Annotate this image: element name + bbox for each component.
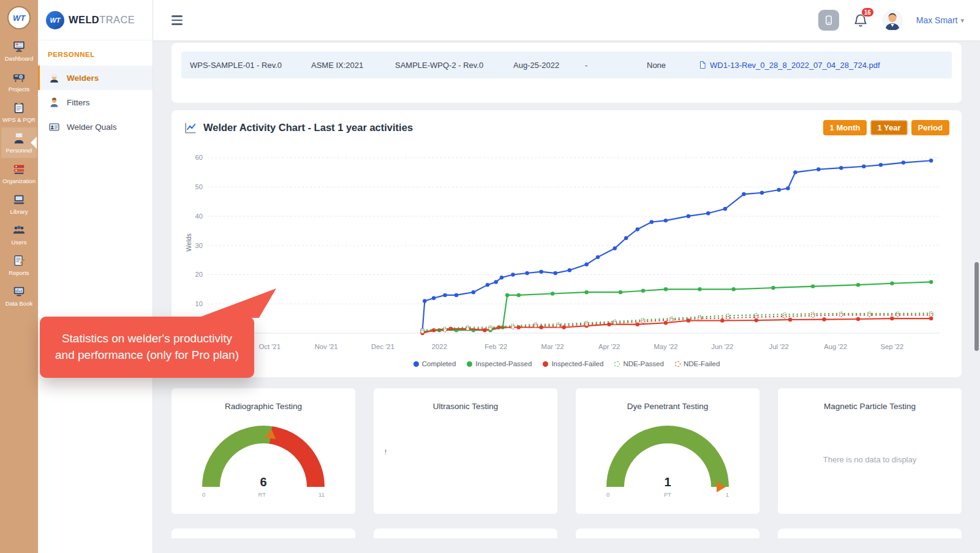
user-avatar[interactable] [882,10,903,31]
svg-text:Aug '22: Aug '22 [824,343,847,350]
rail-item-organization[interactable]: Organization [1,158,37,189]
fitter-icon [48,96,60,108]
brand-logo-icon: WT [46,11,64,29]
svg-text:Welds: Welds [185,233,192,252]
rail-item-dashboard[interactable]: Dashboard [1,36,37,66]
gauge-value: 1 [606,475,729,489]
svg-text:May '22: May '22 [654,343,677,350]
rail-items: DashboardProjectsWPS & PQRPersonnelOrgan… [1,36,37,311]
next-card-partial [374,529,557,538]
next-card-partial [778,529,962,538]
gauge-min: 0 [606,491,609,498]
pro-plan-callout: Statistics on welder's productivity and … [40,317,254,378]
legend-label: NDE-Failed [684,360,720,367]
rail-item-library[interactable]: Library [1,189,37,219]
svg-text:50: 50 [195,183,203,190]
legend-label: NDE-Passed [623,360,663,367]
svg-text:60: 60 [195,154,203,161]
rail-item-personnel[interactable]: Personnel [1,127,37,158]
svg-text:Sep '22: Sep '22 [881,343,904,350]
personnel-icon [12,131,26,146]
legend-dot-icon [413,361,419,367]
sidebar-item-welders[interactable]: Welders [38,66,153,90]
notifications-bell[interactable]: 16 [853,12,869,28]
gauge-title: Magnetic Particle Testing [824,402,916,411]
pdf-link[interactable]: WD1-13-Rev_0_28_8_2022_07_04_28_724.pdf [698,60,880,70]
content-area: WPS-SAMPLE-01 - Rev.0ASME IX:2021SAMPLE-… [153,40,980,553]
gauge-max: 1 [726,491,729,498]
svg-text:Mar '22: Mar '22 [541,343,564,350]
projects-icon [12,70,26,85]
app-logo[interactable]: WT [7,6,31,29]
sidebar-item-welder-quals[interactable]: Welder Quals [38,115,153,139]
gauge-row: Radiographic Testing60RT11Ultrasonic Tes… [172,388,962,514]
table-row[interactable]: WPS-SAMPLE-01 - Rev.0ASME IX:2021SAMPLE-… [181,51,952,78]
svg-text:20: 20 [195,271,203,278]
chart-legend: CompletedInspected-PassedInspected-Faile… [184,355,949,371]
rail-item-label: Data Book [6,301,32,307]
icon-rail: WT DashboardProjectsWPS & PQRPersonnelOr… [0,0,38,553]
callout-text: Statistics on welder's productivity and … [55,332,239,361]
user-menu[interactable]: Max Smart ▾ [916,15,964,25]
notification-badge: 16 [861,7,874,17]
next-card-partial [576,529,760,538]
app-root: WT DashboardProjectsWPS & PQRPersonnelOr… [0,0,980,553]
table-cell: Aug-25-2022 [513,61,585,70]
svg-text:2022: 2022 [432,343,447,350]
scrollbar[interactable] [974,262,979,351]
gauge-pointer-icon [265,429,277,439]
rail-item-reports[interactable]: Reports [1,250,37,280]
legend-nde-failed[interactable]: NDE-Failed [675,360,720,367]
rail-item-projects[interactable]: Projects [1,66,37,97]
rail-item-label: Personnel [6,148,32,154]
legend-inspected-failed[interactable]: Inspected-Failed [543,360,603,367]
rail-item-data-book[interactable]: Data Book [1,280,37,311]
legend-completed[interactable]: Completed [413,360,456,367]
gauge-card-dye-penetrant-testing: Dye Penetrant Testing10PT1 [576,388,760,514]
wps-table-card: WPS-SAMPLE-01 - Rev.0ASME IX:2021SAMPLE-… [172,43,962,103]
gauge-card-ultrasonic-testing: Ultrasonic Testing! [374,388,557,514]
legend-dot-icon [467,361,472,367]
svg-text:Jul '22: Jul '22 [769,343,789,350]
table-cell: ASME IX:2021 [311,61,395,70]
hamburger-menu[interactable] [169,13,185,27]
section-title: PERSONNEL [38,40,153,66]
svg-text:Apr '22: Apr '22 [598,343,620,350]
svg-text:Nov '21: Nov '21 [315,343,338,350]
rail-item-label: Projects [9,86,29,92]
dashboard-icon [12,39,26,54]
gauge-unit: RT [258,491,266,498]
range-button-period[interactable]: Period [911,120,949,135]
chevron-down-icon: ▾ [960,17,964,24]
active-item-notch [31,137,37,149]
pdf-filename: WD1-13-Rev_0_28_8_2022_07_04_28_724.pdf [710,61,880,70]
range-button-1-year[interactable]: 1 Year [870,120,907,135]
legend-nde-passed[interactable]: NDE-Passed [614,360,663,367]
rail-item-label: Organization [2,178,36,184]
topbar-right: 16 Max Smart ▾ [818,10,964,31]
brand-name: WELDTRACE [69,14,135,26]
semi-gauge: 1 [606,426,729,487]
rail-item-users[interactable]: Users [1,219,37,250]
gauge-unit: PT [664,491,671,498]
sidebar-item-label: Fitters [67,98,90,107]
legend-label: Completed [422,360,456,367]
device-icon[interactable] [818,10,839,31]
chart-header: Welder Activity Chart - Last 1 year acti… [184,120,949,144]
rail-item-wps-pqr[interactable]: WPS & PQR [1,97,37,127]
chart-plot: 102030405060Oct '21Nov '21Dec '212022Feb… [184,144,949,355]
table-cell: WPS-SAMPLE-01 - Rev.0 [190,61,311,70]
svg-text:Oct '21: Oct '21 [259,343,281,350]
users-icon [12,223,26,238]
chart-title: Welder Activity Chart - Last 1 year acti… [203,122,413,134]
data-book-icon [12,284,26,299]
sidebar-item-label: Welder Quals [67,122,117,132]
id-card-icon [48,121,60,133]
legend-inspected-passed[interactable]: Inspected-Passed [467,360,532,367]
range-button-1-month[interactable]: 1 Month [823,120,867,135]
gauge-min: 0 [202,491,205,498]
rail-item-label: WPS & PQR [2,117,36,123]
sidebar-item-fitters[interactable]: Fitters [38,90,153,115]
brand-logo[interactable]: WT WELDTRACE [38,0,153,40]
wps-pqr-icon [12,100,26,115]
